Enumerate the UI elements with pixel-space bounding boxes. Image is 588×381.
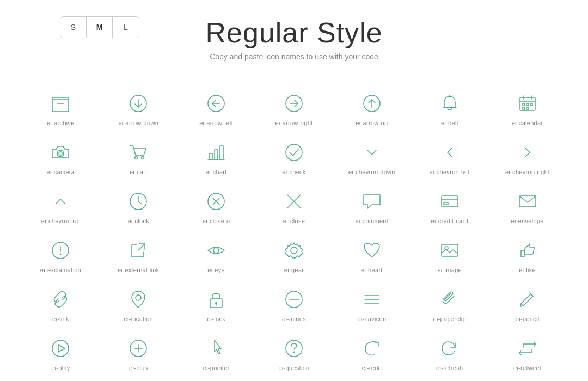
ei-heart-icon [361, 239, 383, 261]
ei-chevron-up-label: ei-chevron-up [41, 218, 80, 224]
svg-rect-19 [523, 107, 525, 109]
icon-item-ei-gear[interactable]: ei-gear [255, 230, 333, 279]
ei-image-icon [439, 239, 461, 261]
ei-comment-icon [361, 190, 383, 212]
ei-exclamation-icon [50, 239, 71, 261]
icon-item-ei-github[interactable]: ei-github [100, 377, 177, 381]
ei-check-icon [283, 142, 305, 163]
size-small[interactable]: S [60, 17, 87, 38]
icon-item-ei-chevron-right[interactable]: ei-chevron-right [488, 132, 566, 181]
icon-item-ei-clock[interactable]: ei-clock [100, 181, 177, 230]
icon-item-ei-linkedin[interactable]: ei-linkedin [333, 377, 411, 381]
icon-item-ei-exclamation[interactable]: ei-exclamation [22, 230, 100, 279]
svg-rect-12 [520, 97, 535, 110]
icon-item-ei-chevron-left[interactable]: ei-chevron-left [411, 132, 488, 181]
icon-item-ei-plus[interactable]: ei-plus [100, 328, 177, 377]
svg-point-21 [57, 150, 64, 157]
icon-item-ei-check[interactable]: ei-check [255, 132, 333, 181]
icon-item-ei-pencil[interactable]: ei-pencil [488, 279, 566, 328]
ei-eye-icon [205, 239, 227, 261]
icon-item-ei-heart[interactable]: ei-heart [333, 230, 411, 279]
ei-chart-label: ei-chart [206, 169, 227, 175]
ei-archive-icon [50, 93, 71, 114]
icon-item-ei-eye[interactable]: ei-eye [177, 230, 255, 279]
size-toggle[interactable]: S M L [60, 16, 139, 38]
icon-item-ei-envelope[interactable]: ei-envelope [488, 181, 566, 230]
icon-item-ei-paperclip[interactable]: ei-paperclip [411, 279, 488, 328]
ei-calendar-icon [517, 93, 538, 114]
icon-item-ei-navicon[interactable]: ei-navicon [333, 279, 411, 328]
ei-gear-icon [283, 239, 305, 261]
ei-comment-label: ei-comment [356, 218, 388, 224]
ei-arrow-up-icon [361, 93, 383, 114]
icon-item-ei-retweet[interactable]: ei-retweet [488, 328, 566, 377]
page-subtitle: Copy and paste icon names to use with yo… [0, 52, 588, 61]
icon-item-ei-minus[interactable]: ei-minus [255, 279, 333, 328]
icon-item-ei-chart[interactable]: ei-chart [177, 132, 255, 181]
icon-item-ei-external-link[interactable]: ei-external-link [100, 230, 177, 279]
size-medium[interactable]: M [87, 17, 113, 38]
icon-item-ei-lock[interactable]: ei-lock [177, 279, 255, 328]
icon-item-ei-instagram[interactable]: ei-instagram [255, 377, 333, 381]
icon-item-ei-pointer[interactable]: ei-pointer [177, 328, 255, 377]
svg-point-65 [293, 352, 295, 353]
ei-exclamation-label: ei-exclamation [40, 267, 81, 273]
ei-question-label: ei-question [278, 365, 309, 371]
icon-item-ei-facebook[interactable]: ei-facebook [22, 377, 100, 381]
icon-item-ei-redo[interactable]: ei-redo [333, 328, 411, 377]
icon-item-ei-camera[interactable]: ei-camera [22, 132, 100, 181]
icon-item-ei-arrow-left[interactable]: ei-arrow-left [177, 83, 255, 132]
ei-play-label: ei-play [51, 365, 70, 371]
icon-item-ei-bell[interactable]: ei-bell [411, 83, 488, 132]
ei-plus-label: ei-plus [129, 365, 148, 371]
ei-check-label: ei-check [282, 169, 305, 175]
ei-pencil-icon [517, 288, 538, 310]
icon-item-ei-close-o[interactable]: ei-close-o [177, 181, 255, 230]
ei-envelope-label: ei-envelope [511, 218, 543, 224]
icon-item-ei-comment[interactable]: ei-comment [333, 181, 411, 230]
icon-item-ei-location[interactable]: ei-location [100, 279, 177, 328]
icon-item-ei-link[interactable]: ei-link [22, 279, 100, 328]
icon-item-ei-arrow-right[interactable]: ei-arrow-right [255, 83, 333, 132]
icon-item-ei-odnoklassniki[interactable]: ei-odnoklassniki [411, 377, 488, 381]
icon-item-ei-chevron-up[interactable]: ei-chevron-up [22, 181, 100, 230]
svg-point-42 [60, 254, 62, 255]
ei-arrow-down-icon [127, 93, 149, 114]
ei-chevron-left-label: ei-chevron-left [430, 169, 470, 175]
icon-item-ei-googleplus[interactable]: ei-googleplus [177, 377, 255, 381]
icon-item-ei-close[interactable]: ei-close [255, 181, 333, 230]
size-large[interactable]: L [113, 17, 139, 38]
icon-item-ei-pinterest[interactable]: ei-pinterest [488, 377, 566, 381]
ei-clock-icon [127, 190, 149, 212]
ei-plus-icon [127, 337, 149, 359]
ei-credit-card-label: ei-credit-card [431, 218, 468, 224]
icon-item-ei-cart[interactable]: ei-cart [100, 132, 177, 181]
svg-rect-26 [215, 150, 218, 159]
ei-credit-card-icon [439, 190, 461, 212]
ei-play-icon [50, 337, 71, 359]
svg-rect-46 [442, 244, 458, 256]
svg-marker-60 [58, 345, 65, 352]
icon-item-ei-calendar[interactable]: ei-calendar [488, 83, 566, 132]
icon-item-ei-refresh[interactable]: ei-refresh [411, 328, 488, 377]
svg-point-24 [142, 157, 144, 159]
icon-item-ei-image[interactable]: ei-image [411, 230, 488, 279]
ei-cart-label: ei-cart [130, 169, 148, 175]
icon-item-ei-arrow-up[interactable]: ei-arrow-up [333, 83, 411, 132]
ei-retweet-label: ei-retweet [513, 365, 541, 371]
icon-item-ei-archive[interactable]: ei-archive [22, 83, 100, 132]
ei-heart-label: ei-heart [361, 267, 383, 273]
icon-item-ei-credit-card[interactable]: ei-credit-card [411, 181, 488, 230]
ei-location-label: ei-location [124, 316, 153, 322]
svg-rect-0 [52, 100, 69, 112]
icon-item-ei-arrow-down[interactable]: ei-arrow-down [100, 83, 177, 132]
icon-item-ei-like[interactable]: ei-like [488, 230, 566, 279]
ei-arrow-left-icon [205, 93, 227, 114]
ei-archive-label: ei-archive [47, 120, 75, 126]
ei-refresh-label: ei-refresh [436, 365, 463, 371]
icon-item-ei-chevron-down[interactable]: ei-chevron-down [333, 132, 411, 181]
ei-paperclip-label: ei-paperclip [433, 316, 465, 322]
icon-item-ei-play[interactable]: ei-play [22, 328, 100, 377]
svg-point-45 [291, 247, 297, 254]
icon-item-ei-question[interactable]: ei-question [255, 328, 333, 377]
